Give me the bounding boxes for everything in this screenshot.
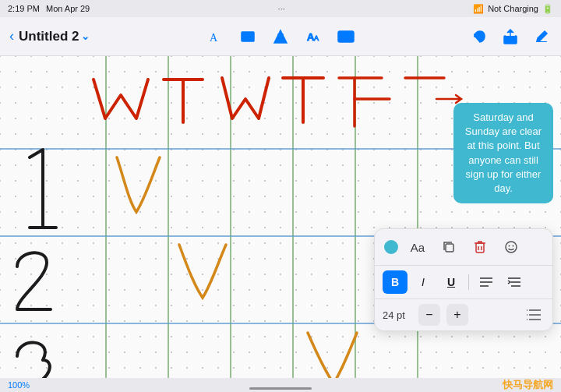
chevron-left-icon: ‹: [9, 28, 14, 44]
home-indicator: [249, 387, 312, 390]
watermark-text: 快马导航网: [503, 378, 553, 392]
undo-button[interactable]: [469, 26, 489, 47]
toolbar: ‹ Untitled 2 ⌄ A A: [0, 17, 561, 56]
shape-tool-button[interactable]: [270, 26, 291, 47]
font-size-button[interactable]: Aa: [406, 235, 429, 259]
svg-rect-10: [446, 244, 453, 252]
date-label: Mon Apr 29: [46, 4, 90, 13]
svg-text:A: A: [210, 32, 218, 44]
status-dots: ···: [278, 4, 285, 13]
callout-text: Saturday and Sunday are clear at this po…: [465, 111, 542, 194]
charging-label: Not Charging: [488, 4, 538, 13]
duplicate-button[interactable]: [437, 235, 460, 259]
time-label: 2:19 PM: [8, 4, 40, 13]
wifi-label: 📶: [473, 4, 484, 14]
svg-rect-11: [476, 243, 484, 253]
plus-icon: +: [453, 308, 460, 322]
toolbar-left: ‹ Untitled 2 ⌄: [9, 28, 190, 44]
indent-button[interactable]: [502, 270, 527, 294]
toolbar-right: [371, 26, 552, 47]
status-right: 📶 Not Charging 🔋: [473, 4, 553, 14]
toolbar-center: A A A: [190, 26, 371, 47]
minus-icon: −: [425, 308, 432, 322]
format-row2: B I U: [375, 266, 552, 299]
emoji-button[interactable]: [499, 235, 523, 259]
image-tool-button[interactable]: [336, 26, 356, 47]
italic-button[interactable]: I: [411, 270, 436, 294]
back-button[interactable]: ‹: [9, 28, 14, 44]
underline-button[interactable]: U: [439, 270, 464, 294]
zoom-label: 100%: [8, 380, 30, 390]
text-format-button[interactable]: A A: [303, 26, 323, 47]
edit-button[interactable]: [531, 26, 552, 47]
title-text: Untitled 2: [19, 29, 79, 44]
delete-button[interactable]: [468, 235, 492, 259]
format-separator-1: [468, 274, 469, 290]
share-button[interactable]: [500, 26, 520, 47]
svg-rect-9: [536, 41, 547, 42]
battery-icon: 🔋: [542, 4, 553, 14]
status-left: 2:19 PM Mon Apr 29: [8, 4, 90, 13]
table-tool-button[interactable]: [238, 26, 258, 47]
svg-point-14: [506, 242, 517, 253]
svg-point-16: [513, 245, 514, 247]
italic-label: I: [422, 276, 425, 288]
callout-bubble[interactable]: Saturday and Sunday are clear at this po…: [453, 103, 553, 203]
bold-label: B: [391, 276, 399, 288]
increase-size-button[interactable]: +: [446, 304, 468, 326]
list-format-button[interactable]: [523, 304, 545, 326]
decrease-size-button[interactable]: −: [418, 304, 440, 326]
bold-button[interactable]: B: [383, 270, 408, 294]
font-size-label: 24 pt: [383, 309, 412, 321]
align-button[interactable]: [474, 270, 499, 294]
bottom-bar: 100% 快马导航网: [0, 378, 561, 392]
canvas-area: Saturday and Sunday are clear at this po…: [0, 56, 561, 378]
title-chevron-icon[interactable]: ⌄: [81, 30, 90, 42]
format-row1: Aa: [375, 229, 552, 266]
format-row3: 24 pt − +: [375, 299, 552, 330]
document-title: Untitled 2 ⌄: [19, 29, 90, 44]
svg-rect-7: [338, 31, 354, 42]
aa-label: Aa: [411, 241, 425, 254]
underline-label: U: [447, 276, 455, 288]
status-bar: 2:19 PM Mon Apr 29 ··· 📶 Not Charging 🔋: [0, 0, 561, 17]
svg-text:A: A: [314, 34, 319, 42]
text-tool-button[interactable]: A: [205, 26, 225, 47]
format-toolbar: Aa: [374, 228, 553, 331]
svg-point-15: [509, 245, 510, 247]
color-picker-dot[interactable]: [384, 240, 398, 254]
